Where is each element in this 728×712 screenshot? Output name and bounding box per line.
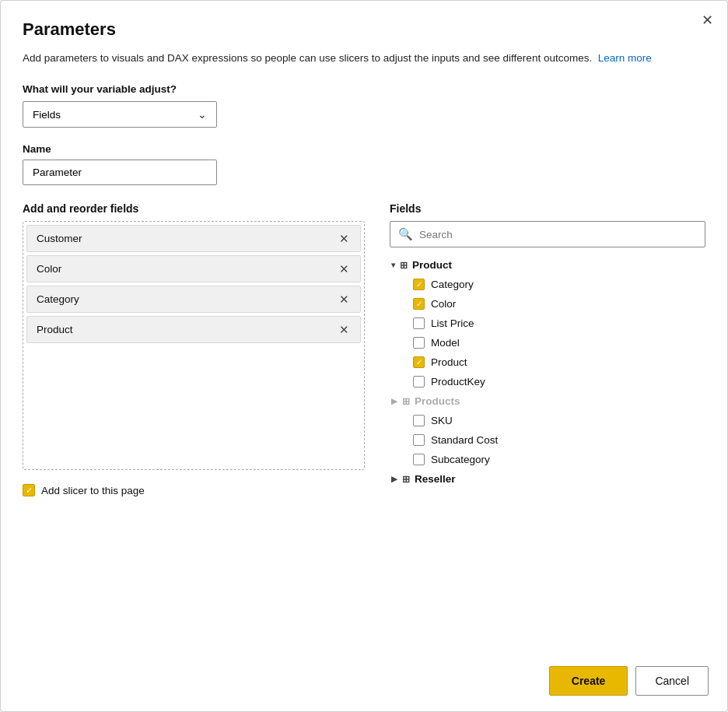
list-item: Customer ✕ [26,225,361,252]
product-label: Product [431,356,467,368]
product-group-header[interactable]: ▾ ⊞ Product [390,255,702,275]
products-sub-items: SKU Standard Cost Subcategory [411,411,702,469]
search-input[interactable] [419,229,697,240]
dialog-footer: Create Cancel [549,666,709,696]
list-item: Product ✕ [26,316,361,343]
add-slicer-row: ✓ Add slicer to this page [23,484,365,496]
learn-more-link[interactable]: Learn more [598,52,652,64]
dialog-description: Add parameters to visuals and DAX expres… [23,51,705,66]
dropdown-value: Fields [33,109,61,121]
products-group-header[interactable]: ▶ ⊞ Products [390,391,702,411]
sku-checkbox[interactable] [413,415,425,426]
name-input[interactable] [23,160,217,185]
product-expand-icon: ▾ [391,261,395,269]
create-button[interactable]: Create [549,666,628,696]
remove-color-button[interactable]: ✕ [338,263,351,275]
productkey-label: ProductKey [431,376,485,388]
field-name-product: Product [37,324,73,335]
remove-product-button[interactable]: ✕ [338,324,351,335]
search-box: 🔍 [390,221,705,247]
list-price-checkbox[interactable] [413,317,425,329]
field-name-customer: Customer [37,233,82,244]
parameters-dialog: ✕ Parameters Add parameters to visuals a… [0,0,728,712]
add-slicer-label: Add slicer to this page [41,485,145,496]
field-name-category: Category [37,293,79,305]
reseller-expand-icon: ▶ [391,475,397,483]
chevron-down-icon: ⌄ [198,108,207,121]
tree-item-model: Model [411,333,702,352]
remove-category-button[interactable]: ✕ [338,293,351,305]
category-checkbox[interactable]: ✓ [413,279,425,290]
dialog-title: Parameters [23,19,705,40]
productkey-checkbox[interactable] [413,376,425,388]
fields-list-container: Customer ✕ Color ✕ Category ✕ Product ✕ [23,221,365,470]
search-icon: 🔍 [398,227,413,241]
remove-customer-button[interactable]: ✕ [338,233,351,244]
product-group-label: Product [412,259,452,271]
tree-item-color: ✓ Color [411,294,702,314]
right-column: Fields 🔍 ▾ ⊞ Product ✓ Category [390,202,705,489]
fields-tree: ▾ ⊞ Product ✓ Category ✓ Color [390,255,705,489]
reseller-group-label: Reseller [415,473,456,485]
product-items: ✓ Category ✓ Color List Price [411,275,702,391]
tree-item-product: ✓ Product [411,352,702,372]
list-item: Color ✕ [26,255,361,282]
variable-label: What will your variable adjust? [23,83,705,95]
close-button[interactable]: ✕ [702,13,713,27]
tree-item-standard-cost: Standard Cost [411,430,702,450]
color-checkbox[interactable]: ✓ [413,298,425,310]
field-name-color: Color [37,263,61,275]
subcategory-checkbox[interactable] [413,454,425,465]
add-reorder-label: Add and reorder fields [23,202,365,215]
model-label: Model [431,337,460,349]
product-checkbox[interactable]: ✓ [413,356,425,368]
model-checkbox[interactable] [413,337,425,349]
variable-dropdown[interactable]: Fields ⌄ [23,101,217,128]
reseller-table-icon: ⊞ [402,474,410,485]
tree-item-category: ✓ Category [411,275,702,294]
tree-item-productkey: ProductKey [411,372,702,391]
sku-label: SKU [431,415,453,426]
cancel-button[interactable]: Cancel [635,666,709,696]
two-col-layout: Add and reorder fields Customer ✕ Color … [23,202,705,496]
subcategory-label: Subcategory [431,454,490,465]
category-label: Category [431,279,474,290]
tree-item-subcategory: Subcategory [411,450,702,469]
tree-item-sku: SKU [411,411,702,430]
products-group-label: Products [415,395,460,407]
standard-cost-label: Standard Cost [431,434,498,446]
list-item: Category ✕ [26,286,361,313]
standard-cost-checkbox[interactable] [413,434,425,446]
add-slicer-checkbox[interactable]: ✓ [23,484,35,496]
fields-section-label: Fields [390,202,705,215]
list-price-label: List Price [431,317,474,329]
products-expand-icon: ▶ [391,397,397,405]
left-column: Add and reorder fields Customer ✕ Color … [23,202,365,496]
products-table-icon: ⊞ [402,396,410,407]
product-table-icon: ⊞ [400,260,408,271]
reseller-group-header[interactable]: ▶ ⊞ Reseller [390,469,702,489]
name-label: Name [23,143,705,155]
color-label: Color [431,298,456,310]
tree-item-list-price: List Price [411,314,702,333]
